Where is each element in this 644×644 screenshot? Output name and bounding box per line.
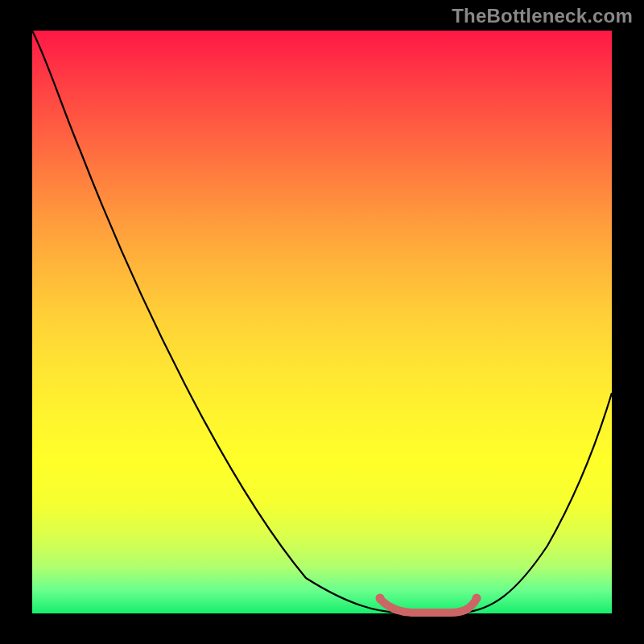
bottleneck-curve-chart — [32, 31, 612, 613]
valley-segment — [380, 599, 477, 613]
chart-frame: TheBottleneck.com — [0, 0, 644, 644]
curve-left — [32, 31, 398, 613]
valley-dot-right — [473, 594, 481, 603]
valley-dot-left — [376, 594, 385, 603]
watermark-text: TheBottleneck.com — [452, 5, 633, 27]
curve-right — [463, 393, 612, 613]
